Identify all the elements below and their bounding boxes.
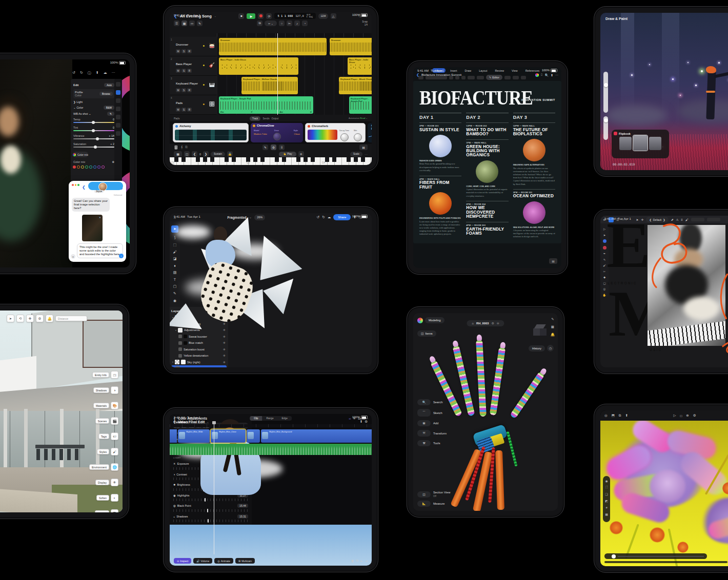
- brush-size-slider[interactable]: [603, 72, 608, 113]
- crop-tool-icon[interactable]: ⬚: [173, 243, 177, 247]
- materials-button[interactable]: Materials: [93, 403, 109, 408]
- timeline-clip[interactable]: [170, 429, 177, 443]
- outliner-icon[interactable]: ☰: [111, 509, 118, 512]
- timeline-clip[interactable]: Skyline_Blue_Background: [261, 429, 372, 443]
- measure-row[interactable]: 📐 Measure: [417, 501, 445, 507]
- mute-button[interactable]: M: [176, 49, 180, 53]
- browse-button[interactable]: Browse: [99, 92, 113, 96]
- outliner-button[interactable]: Outliner: [95, 510, 109, 512]
- gradient-tool-icon[interactable]: ▨: [173, 271, 177, 275]
- trash-icon[interactable]: 🗑: [351, 560, 354, 563]
- inspect-button[interactable]: ⊙Inspect: [174, 558, 191, 564]
- sketch-icon[interactable]: ⌒: [417, 409, 431, 417]
- add-icon[interactable]: ⊕: [686, 413, 689, 418]
- document-pill[interactable]: ⌂RH_0003⚙⊖: [467, 320, 504, 326]
- search-icon[interactable]: 🔍: [417, 399, 431, 405]
- back-icon[interactable]: ❮: [82, 185, 86, 190]
- orbit-icon[interactable]: ⟲: [16, 315, 24, 322]
- layer-row[interactable]: Yellow desaturation👁: [171, 353, 227, 359]
- document-title[interactable]: Biofacture Innovation Summit: [421, 73, 461, 76]
- split-right-icon[interactable]: ⇥: [365, 559, 368, 563]
- share-icon[interactable]: ⬆: [625, 413, 628, 418]
- octave-up[interactable]: ❯: [203, 151, 209, 157]
- cloud-icon[interactable]: ☁: [104, 71, 107, 76]
- timeline-clip-selected[interactable]: Skyline_Blue_Close: [211, 429, 246, 443]
- quantize-icon[interactable]: ♪: [294, 20, 300, 26]
- compose-field[interactable]: This might be the one! I made some quick…: [77, 243, 123, 258]
- flipbook-frame[interactable]: [649, 137, 661, 150]
- stamp-tool-icon[interactable]: ♦: [174, 264, 176, 267]
- notifications-icon[interactable]: 🔔: [46, 315, 53, 322]
- document-page[interactable]: BIOFACTURE INNOVATION SUMMIT DAY 1 2PM —…: [413, 81, 561, 243]
- soften-icon[interactable]: ◐: [111, 494, 118, 502]
- undo-icon[interactable]: ↺: [72, 71, 75, 76]
- tab-track[interactable]: Track: [250, 116, 260, 121]
- render-viewport[interactable]: [600, 421, 728, 566]
- drive-knob[interactable]: [273, 133, 281, 140]
- distance-field[interactable]: Distance: [55, 316, 87, 321]
- timeline-clip[interactable]: [247, 429, 260, 443]
- split-icon[interactable]: ✂: [287, 20, 292, 26]
- hand-tool-icon[interactable]: ✋: [603, 294, 606, 297]
- more-icon[interactable]: ···: [112, 71, 115, 76]
- gear-icon[interactable]: ⚙: [491, 322, 494, 325]
- octave-down[interactable]: ❮: [192, 151, 197, 157]
- saturation-slider[interactable]: [73, 147, 114, 148]
- adjustment-row[interactable]: ◒Shadows15.31: [173, 514, 248, 523]
- wet-knob[interactable]: [354, 133, 362, 141]
- entity-info-button[interactable]: Entity Info: [92, 372, 109, 378]
- color-mix-dots[interactable]: [73, 165, 115, 169]
- duplicate-icon[interactable]: ⧉: [356, 559, 358, 563]
- more-icon[interactable]: ···: [555, 73, 558, 76]
- mixer-view-icon[interactable]: ▦: [181, 20, 187, 26]
- select-icon[interactable]: ➤: [7, 315, 14, 322]
- play-icon[interactable]: ▷: [673, 413, 676, 418]
- plugin-chromaverb[interactable]: ChromaVerb Decay Time Wet: [305, 123, 366, 142]
- pencil-icon[interactable]: ✎: [197, 20, 203, 26]
- solo-button[interactable]: S: [181, 49, 186, 53]
- environment-button[interactable]: Environment: [89, 464, 109, 470]
- play-mode-button[interactable]: 👆 Play: [279, 152, 296, 157]
- camera-icon[interactable]: ◉: [605, 479, 608, 483]
- tint-slider[interactable]: [73, 130, 114, 131]
- layers-icon[interactable]: ❏: [605, 492, 608, 496]
- collapse-icon[interactable]: ⊖: [497, 322, 499, 325]
- redo-icon[interactable]: ↻: [80, 71, 83, 76]
- record-enable-button[interactable]: R: [187, 49, 192, 53]
- text-tool-icon[interactable]: T: [174, 278, 176, 281]
- items-button[interactable]: ◫Items: [417, 330, 436, 337]
- material-icon[interactable]: ◩: [605, 499, 608, 503]
- tracks-view-icon[interactable]: ☰: [174, 20, 179, 26]
- crop-icon[interactable]: [116, 82, 120, 87]
- audio-region[interactable]: Drummer: [219, 38, 327, 55]
- transform-icon[interactable]: ⤧: [417, 430, 431, 437]
- settings-icon[interactable]: ⚙: [36, 315, 44, 322]
- light-section[interactable]: ❯ Light: [73, 100, 83, 103]
- split-left-icon[interactable]: ⇤: [360, 559, 363, 563]
- timeline-ruler[interactable]: [217, 33, 372, 37]
- eyedropper-icon[interactable]: ✎: [107, 112, 114, 116]
- share-icon[interactable]: ⬆: [551, 73, 553, 77]
- plugin-alchemy[interactable]: Alchemy: [173, 123, 249, 142]
- layer-row[interactable]: Blue match👁: [171, 340, 227, 346]
- piano-keyboard[interactable]: C2 C3 C4: [170, 157, 372, 165]
- copy-icon[interactable]: ⧉: [619, 413, 621, 418]
- volume-button[interactable]: 🔊Volume: [193, 558, 212, 564]
- erase-icon[interactable]: ◔: [302, 20, 308, 26]
- styles-icon[interactable]: 🖌: [111, 448, 118, 455]
- select-tool-icon[interactable]: ▷: [603, 227, 605, 231]
- shadows-icon[interactable]: ◑: [111, 386, 118, 394]
- plugin-channel-eq[interactable]: Channel EQ: [368, 123, 372, 142]
- pencil-icon[interactable]: ✎: [551, 317, 554, 321]
- info-icon[interactable]: ⓘ: [88, 71, 91, 76]
- shape-tool-icon[interactable]: ▢: [173, 284, 177, 288]
- grid-icon[interactable]: ▦: [605, 512, 608, 516]
- expand-icon[interactable]: ⛶: [605, 486, 608, 489]
- back-icon[interactable]: ❮: [416, 73, 419, 77]
- modeling-menu[interactable]: Modeling: [425, 317, 444, 323]
- color-chip-icon[interactable]: ◉: [173, 299, 176, 303]
- search-icon[interactable]: 🔍: [544, 73, 549, 77]
- wb-select[interactable]: WB As shot ⌄: [73, 112, 91, 115]
- playhead[interactable]: [214, 423, 214, 554]
- progress-knob[interactable]: [612, 554, 616, 558]
